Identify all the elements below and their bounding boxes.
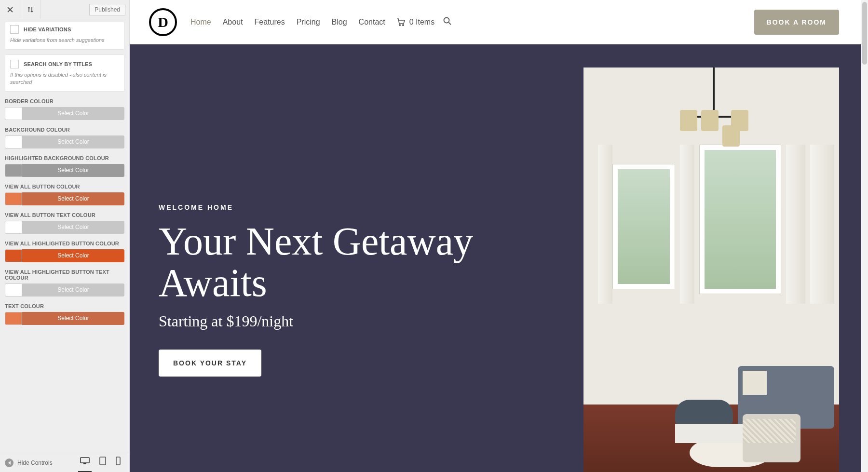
color-option-2: HIGHLIGHTED BACKGROUND COLOUR Select Col… [5, 155, 124, 177]
device-desktop[interactable] [80, 457, 90, 469]
color-label: VIEW ALL BUTTON COLOUR [5, 184, 124, 189]
color-label: HIGHLIGHTED BACKGROUND COLOUR [5, 155, 124, 161]
svg-point-6 [444, 18, 449, 23]
book-room-button[interactable]: BOOK A ROOM [754, 10, 839, 35]
svg-point-4 [399, 25, 400, 26]
collapse-icon[interactable] [5, 459, 14, 467]
cart-count: 0 Items [409, 18, 434, 27]
site-nav: D HomeAboutFeaturesPricingBlogContact 0 … [130, 0, 868, 44]
preview-scrollbar[interactable] [861, 0, 868, 472]
hero-image [583, 67, 839, 472]
color-label: VIEW ALL HIGHLIGHTED BUTTON COLOUR [5, 241, 124, 246]
select-color-button[interactable]: Select Color [22, 107, 124, 120]
color-swatch[interactable] [5, 312, 22, 325]
color-swatch[interactable] [5, 164, 22, 177]
color-label: BACKGROUND COLOUR [5, 127, 124, 133]
checkbox-hide-variations[interactable] [10, 25, 19, 34]
publish-status[interactable]: Published [89, 4, 125, 15]
label-hide-variations: HIDE VARIATIONS [24, 27, 71, 32]
desc-search-titles: If this options is disabled - also conte… [10, 71, 119, 85]
color-option-6: VIEW ALL HIGHLIGHTED BUTTON TEXT COLOUR … [5, 269, 124, 297]
cart-icon [397, 18, 406, 26]
svg-rect-0 [81, 458, 89, 463]
device-mobile[interactable] [116, 457, 121, 469]
color-label: TEXT COLOUR [5, 303, 124, 309]
select-color-button[interactable]: Select Color [22, 192, 124, 205]
svg-rect-3 [116, 457, 120, 465]
site-logo[interactable]: D [149, 8, 177, 36]
select-color-button[interactable]: Select Color [22, 283, 124, 297]
select-color-button[interactable]: Select Color [22, 135, 124, 148]
customizer-sidebar: Published HIDE VARIATIONS Hide variation… [0, 0, 130, 472]
nav-item-pricing[interactable]: Pricing [297, 18, 320, 27]
hide-controls-button[interactable]: Hide Controls [17, 459, 53, 466]
nav-item-blog[interactable]: Blog [332, 18, 347, 27]
sidebar-header: Published [0, 0, 129, 19]
select-color-button[interactable]: Select Color [22, 164, 124, 177]
sidebar-footer: Hide Controls [0, 453, 129, 472]
color-label: VIEW ALL HIGHLIGHTED BUTTON TEXT COLOUR [5, 269, 124, 281]
reorder-button[interactable] [20, 0, 41, 19]
nav-item-contact[interactable]: Contact [359, 18, 385, 27]
color-swatch[interactable] [5, 192, 22, 205]
book-stay-button[interactable]: BOOK YOUR STAY [159, 350, 261, 377]
color-option-7: TEXT COLOUR Select Color [5, 303, 124, 325]
checkbox-search-titles[interactable] [10, 60, 19, 68]
color-swatch[interactable] [5, 107, 22, 120]
hero-subhead: Starting at $199/night [159, 312, 480, 330]
svg-rect-1 [83, 463, 86, 464]
svg-rect-2 [100, 457, 106, 465]
select-color-button[interactable]: Select Color [22, 312, 124, 325]
nav-item-about[interactable]: About [223, 18, 243, 27]
color-label: VIEW ALL BUTTON TEXT COLOUR [5, 212, 124, 218]
option-hide-variations: HIDE VARIATIONS Hide variations from sea… [5, 22, 124, 50]
color-swatch[interactable] [5, 221, 22, 234]
color-option-0: BORDER COLOUR Select Color [5, 98, 124, 120]
label-search-titles: SEARCH ONLY BY TITLES [24, 61, 92, 67]
color-option-5: VIEW ALL HIGHLIGHTED BUTTON COLOUR Selec… [5, 241, 124, 262]
color-option-4: VIEW ALL BUTTON TEXT COLOUR Select Color [5, 212, 124, 234]
sidebar-body[interactable]: HIDE VARIATIONS Hide variations from sea… [0, 19, 129, 472]
color-option-1: BACKGROUND COLOUR Select Color [5, 127, 124, 148]
preview-pane: D HomeAboutFeaturesPricingBlogContact 0 … [130, 0, 868, 472]
hero-headline: Your Next Getaway Awaits [159, 221, 480, 304]
device-tablet[interactable] [99, 457, 106, 469]
select-color-button[interactable]: Select Color [22, 249, 124, 262]
color-option-3: VIEW ALL BUTTON COLOUR Select Color [5, 184, 124, 205]
desc-hide-variations: Hide variations from search suggestions [10, 37, 119, 43]
color-swatch[interactable] [5, 249, 22, 262]
option-search-titles: SEARCH ONLY BY TITLES If this options is… [5, 54, 124, 92]
search-icon[interactable] [443, 17, 452, 27]
hero-section: WELCOME HOME Your Next Getaway Awaits St… [130, 44, 868, 472]
nav-item-features[interactable]: Features [255, 18, 285, 27]
hero-eyebrow: WELCOME HOME [159, 203, 480, 211]
svg-point-5 [402, 25, 404, 26]
cart-link[interactable]: 0 Items [397, 18, 434, 27]
color-swatch[interactable] [5, 283, 22, 297]
color-swatch[interactable] [5, 135, 22, 148]
nav-item-home[interactable]: Home [190, 18, 211, 27]
color-label: BORDER COLOUR [5, 98, 124, 104]
close-button[interactable] [0, 0, 20, 19]
select-color-button[interactable]: Select Color [22, 221, 124, 234]
